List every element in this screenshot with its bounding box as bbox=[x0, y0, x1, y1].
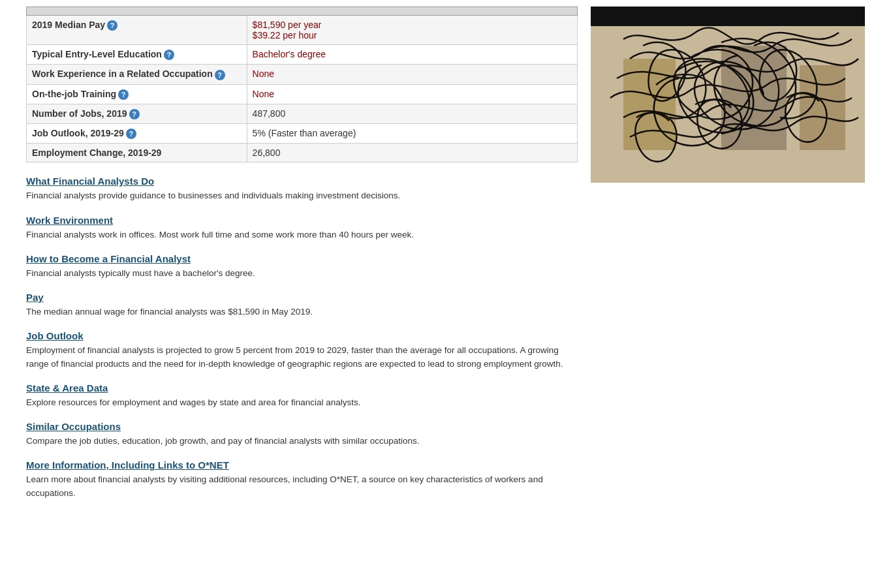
help-icon[interactable]: ? bbox=[107, 20, 117, 31]
table-value-cell: Bachelor's degree bbox=[247, 45, 577, 65]
section-block-pay: PayThe median annual wage for financial … bbox=[26, 292, 578, 318]
sections-container: What Financial Analysts DoFinancial anal… bbox=[26, 176, 578, 500]
sidebar bbox=[591, 7, 865, 506]
section-desc-work-environment: Financial analysts work in offices. Most… bbox=[26, 228, 578, 241]
section-link-similar-occupations[interactable]: Similar Occupations bbox=[26, 421, 578, 432]
section-link-job-outlook[interactable]: Job Outlook bbox=[26, 330, 578, 341]
value-line1: Bachelor's degree bbox=[253, 49, 326, 59]
help-icon[interactable]: ? bbox=[126, 129, 136, 139]
table-value-cell: None bbox=[247, 84, 577, 104]
main-content: 2019 Median Pay?$81,590 per year$39.22 p… bbox=[26, 7, 591, 506]
table-label-cell: 2019 Median Pay? bbox=[27, 16, 247, 45]
section-desc-similar-occupations: Compare the job duties, education, job g… bbox=[26, 435, 578, 448]
table-label-cell: Number of Jobs, 2019? bbox=[27, 104, 247, 123]
section-block-how-to-become: How to Become a Financial AnalystFinanci… bbox=[26, 253, 578, 280]
help-icon[interactable]: ? bbox=[164, 50, 174, 60]
sidebar-image bbox=[591, 7, 865, 183]
section-block-similar-occupations: Similar OccupationsCompare the job dutie… bbox=[26, 421, 578, 448]
section-desc-job-outlook: Employment of financial analysts is proj… bbox=[26, 344, 578, 371]
section-link-work-environment[interactable]: Work Environment bbox=[26, 215, 578, 226]
section-desc-what-financial-analysts-do: Financial analysts provide guidance to b… bbox=[26, 189, 578, 202]
table-label-cell: Work Experience in a Related Occupation? bbox=[27, 65, 247, 84]
table-value-cell: 5% (Faster than average) bbox=[247, 124, 577, 144]
value-line1: None bbox=[253, 89, 274, 99]
value-line2: $39.22 per hour bbox=[253, 30, 317, 40]
section-link-what-financial-analysts-do[interactable]: What Financial Analysts Do bbox=[26, 176, 578, 187]
section-link-how-to-become[interactable]: How to Become a Financial Analyst bbox=[26, 253, 578, 264]
value-line1: 487,800 bbox=[253, 108, 286, 119]
section-link-pay[interactable]: Pay bbox=[26, 292, 578, 303]
table-value-cell: 487,800 bbox=[247, 104, 577, 123]
value-line1: 5% (Faster than average) bbox=[253, 128, 356, 138]
section-block-state-area-data: State & Area DataExplore resources for e… bbox=[26, 382, 578, 409]
value-line1: None bbox=[253, 69, 274, 79]
section-block-what-financial-analysts-do: What Financial Analysts DoFinancial anal… bbox=[26, 176, 578, 202]
table-title bbox=[27, 7, 578, 16]
value-line1: $81,590 per year bbox=[253, 20, 322, 30]
table-label-cell: Employment Change, 2019-29 bbox=[27, 144, 247, 162]
table-value-cell: 26,800 bbox=[247, 144, 577, 162]
section-block-more-information: More Information, Including Links to O*N… bbox=[26, 459, 578, 500]
value-line1: 26,800 bbox=[253, 147, 281, 158]
table-label-cell: Job Outlook, 2019-29? bbox=[27, 124, 247, 144]
table-value-cell: $81,590 per year$39.22 per hour bbox=[247, 16, 577, 45]
help-icon[interactable]: ? bbox=[118, 89, 129, 100]
section-desc-more-information: Learn more about financial analysts by v… bbox=[26, 473, 578, 500]
svg-rect-4 bbox=[800, 65, 845, 150]
page-container: 2019 Median Pay?$81,590 per year$39.22 p… bbox=[0, 0, 891, 513]
table-label-cell: Typical Entry-Level Education? bbox=[27, 45, 247, 65]
help-icon[interactable]: ? bbox=[215, 70, 225, 80]
section-desc-state-area-data: Explore resources for employment and wag… bbox=[26, 396, 578, 409]
section-block-work-environment: Work EnvironmentFinancial analysts work … bbox=[26, 215, 578, 241]
scribble-illustration bbox=[591, 7, 865, 183]
quick-facts-table: 2019 Median Pay?$81,590 per year$39.22 p… bbox=[26, 7, 578, 162]
section-desc-pay: The median annual wage for financial ana… bbox=[26, 305, 578, 318]
table-label-cell: On-the-job Training? bbox=[27, 84, 247, 104]
section-link-more-information[interactable]: More Information, Including Links to O*N… bbox=[26, 459, 578, 471]
table-value-cell: None bbox=[247, 65, 577, 84]
section-block-job-outlook: Job OutlookEmployment of financial analy… bbox=[26, 330, 578, 371]
svg-rect-1 bbox=[591, 7, 865, 26]
help-icon[interactable]: ? bbox=[129, 109, 140, 119]
section-link-state-area-data[interactable]: State & Area Data bbox=[26, 382, 578, 394]
section-desc-how-to-become: Financial analysts typically must have a… bbox=[26, 267, 578, 280]
